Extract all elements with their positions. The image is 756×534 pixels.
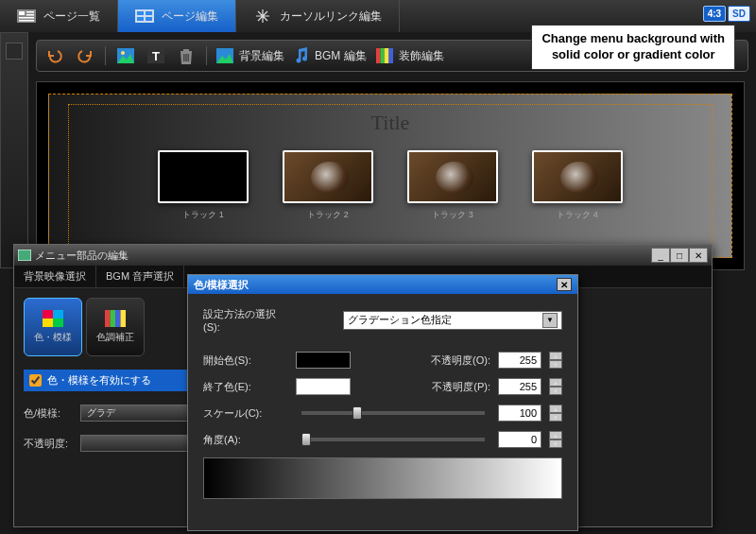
opacity-o-spinner[interactable]: ▲▼ bbox=[549, 352, 562, 369]
canvas-area: Title トラック 1 トラック 2 トラック 3 トラック 4 bbox=[36, 81, 745, 270]
opacity-p-input[interactable] bbox=[498, 378, 541, 395]
inner-dialog-titlebar[interactable]: 色/模様選択 ✕ bbox=[188, 275, 577, 294]
method-label: 設定方法の選択(S): bbox=[203, 307, 288, 333]
maximize-button[interactable]: □ bbox=[670, 248, 689, 263]
tile-label: 色・模様 bbox=[34, 331, 72, 344]
enable-checkbox-input[interactable] bbox=[29, 374, 42, 387]
svg-rect-10 bbox=[146, 17, 152, 21]
angle-slider[interactable] bbox=[301, 438, 485, 441]
svg-rect-30 bbox=[115, 310, 121, 327]
track-thumbnail bbox=[158, 150, 249, 203]
opacity-value-field[interactable] bbox=[80, 435, 194, 452]
track-item[interactable]: トラック 2 bbox=[283, 150, 373, 221]
close-button[interactable]: ✕ bbox=[689, 248, 708, 263]
angle-input[interactable] bbox=[498, 431, 541, 448]
track-thumbnail bbox=[407, 150, 498, 203]
deco-edit-label: 装飾編集 bbox=[399, 48, 444, 64]
aspect-ratio-badge: 4:3 bbox=[703, 6, 726, 22]
cursor-link-icon bbox=[253, 9, 272, 24]
svg-rect-16 bbox=[185, 54, 187, 61]
svg-rect-22 bbox=[388, 48, 393, 63]
svg-rect-26 bbox=[43, 319, 53, 327]
scale-slider[interactable] bbox=[301, 411, 485, 415]
color-pattern-icon bbox=[43, 310, 63, 327]
opacity-p-label: 不透明度(P): bbox=[428, 380, 490, 394]
tab-page-edit[interactable]: ページ編集 bbox=[118, 0, 236, 32]
svg-rect-25 bbox=[53, 310, 63, 319]
track-item[interactable]: トラック 4 bbox=[532, 150, 623, 221]
tile-color-pattern[interactable]: 色・模様 bbox=[24, 298, 82, 356]
tone-correct-icon bbox=[105, 310, 126, 327]
tab-cursor-link-edit[interactable]: カーソルリンク編集 bbox=[236, 0, 400, 32]
page-list-icon bbox=[17, 9, 36, 24]
end-color-swatch[interactable] bbox=[296, 378, 351, 395]
modal-tab-bgm-audio[interactable]: BGM 音声選択 bbox=[96, 266, 184, 287]
redo-button[interactable] bbox=[75, 45, 95, 66]
slim-button-1[interactable] bbox=[6, 43, 23, 60]
minimize-button[interactable]: _ bbox=[651, 248, 670, 263]
canvas-safe-outer: Title トラック 1 トラック 2 トラック 3 トラック 4 bbox=[48, 94, 732, 258]
color-pattern-value[interactable]: グラデ bbox=[80, 405, 194, 422]
track-item[interactable]: トラック 1 bbox=[158, 150, 249, 221]
opacity-o-input[interactable] bbox=[498, 352, 541, 369]
bg-edit-button[interactable]: 背景編集 bbox=[216, 48, 284, 64]
scale-input[interactable] bbox=[498, 405, 541, 422]
color-pattern-label: 色/模様: bbox=[24, 406, 75, 421]
svg-rect-17 bbox=[188, 54, 190, 61]
svg-rect-9 bbox=[137, 17, 144, 21]
opacity-p-spinner[interactable]: ▲▼ bbox=[549, 378, 562, 395]
svg-rect-2 bbox=[19, 17, 34, 19]
enable-checkbox-label: 色・模様を有効にする bbox=[47, 373, 151, 388]
gradient-preview bbox=[203, 457, 562, 499]
music-note-icon bbox=[294, 47, 309, 64]
tab-cursor-link-label: カーソルリンク編集 bbox=[280, 9, 382, 25]
svg-rect-4 bbox=[26, 11, 34, 13]
menu-title[interactable]: Title bbox=[78, 111, 702, 135]
svg-rect-3 bbox=[19, 20, 34, 22]
svg-rect-21 bbox=[385, 48, 389, 63]
method-dropdown[interactable]: グラデーション色指定 ▼ bbox=[343, 311, 562, 330]
track-thumbnail bbox=[532, 150, 623, 203]
deco-edit-button[interactable]: 装飾編集 bbox=[376, 48, 444, 64]
track-label: トラック 2 bbox=[283, 209, 373, 221]
svg-rect-5 bbox=[26, 14, 34, 16]
track-thumbnail bbox=[283, 150, 373, 203]
tab-page-list[interactable]: ページ一覧 bbox=[0, 0, 118, 32]
canvas-safe-inner: Title トラック 1 トラック 2 トラック 3 トラック 4 bbox=[68, 104, 713, 248]
svg-text:T: T bbox=[152, 49, 160, 63]
svg-rect-20 bbox=[380, 48, 385, 63]
inner-close-button[interactable]: ✕ bbox=[557, 278, 572, 291]
color-bars-icon bbox=[376, 48, 393, 63]
dialog-titlebar[interactable]: メニュー部品の編集 _ □ ✕ bbox=[14, 245, 712, 266]
image-button[interactable] bbox=[115, 45, 136, 66]
track-item[interactable]: トラック 3 bbox=[407, 150, 498, 221]
tile-tone-correct[interactable]: 色調補正 bbox=[86, 298, 145, 356]
angle-spinner[interactable]: ▲▼ bbox=[549, 431, 562, 448]
svg-rect-8 bbox=[146, 11, 152, 15]
svg-point-12 bbox=[121, 51, 125, 55]
svg-rect-7 bbox=[137, 11, 144, 15]
start-color-swatch[interactable] bbox=[296, 352, 351, 369]
track-label: トラック 1 bbox=[158, 209, 249, 221]
left-slim-bar bbox=[0, 32, 28, 268]
svg-rect-23 bbox=[18, 250, 31, 261]
bgm-edit-button[interactable]: BGM 編集 bbox=[294, 47, 367, 64]
opacity-o-label: 不透明度(O): bbox=[428, 353, 490, 368]
end-color-label: 終了色(E): bbox=[203, 380, 288, 394]
undo-button[interactable] bbox=[44, 45, 65, 66]
svg-rect-19 bbox=[376, 48, 381, 63]
enable-color-pattern-checkbox[interactable]: 色・模様を有効にする bbox=[24, 370, 194, 391]
modal-tab-bg-video[interactable]: 背景映像選択 bbox=[14, 266, 96, 287]
aspect-badges: 4:3 SD bbox=[703, 6, 750, 22]
definition-badge: SD bbox=[728, 6, 750, 22]
delete-button[interactable] bbox=[176, 45, 197, 66]
scale-spinner[interactable]: ▲▼ bbox=[549, 405, 562, 422]
track-label: トラック 3 bbox=[407, 209, 498, 221]
start-color-label: 開始色(S): bbox=[203, 353, 288, 368]
bgm-edit-label: BGM 編集 bbox=[315, 48, 367, 64]
tile-label: 色調補正 bbox=[96, 331, 134, 344]
opacity-label: 不透明度: bbox=[24, 437, 75, 451]
text-button[interactable]: T bbox=[146, 45, 166, 66]
svg-rect-1 bbox=[19, 11, 25, 15]
svg-rect-24 bbox=[43, 310, 53, 319]
